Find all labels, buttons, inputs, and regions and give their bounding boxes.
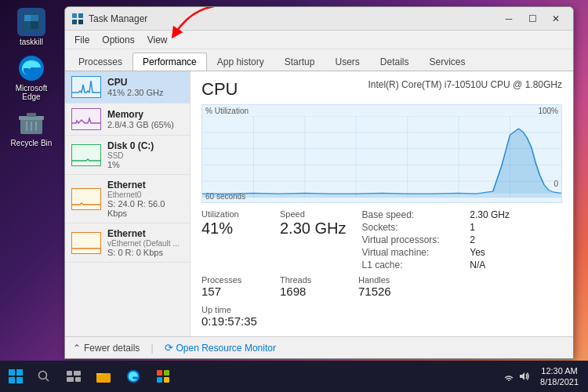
sidebar-item-ethernet2[interactable]: Ethernet vEthernet (Default ... S: 0 R: … — [65, 223, 190, 263]
cpu-sub: 41% 2.30 GHz — [107, 88, 183, 97]
store-button[interactable] — [149, 362, 177, 390]
sidebar-item-cpu[interactable]: CPU 41% 2.30 GHz — [65, 71, 190, 103]
stats-row-1: Utilization 41% Speed 2.30 GHz Base spee… — [201, 209, 562, 270]
fewer-details-label: Fewer details — [84, 343, 140, 354]
sidebar-item-ethernet1[interactable]: Ethernet Ethernet0 S: 24.0 R: 56.0 Kbps — [65, 175, 190, 223]
stat-info-grid: Base speed: 2.30 GHz Sockets: 1 Virtual … — [361, 209, 562, 270]
panel-title: CPU — [201, 79, 238, 100]
svg-rect-14 — [78, 13, 83, 18]
window-title: Task Manager — [89, 13, 498, 24]
desktop-icons: taskkill MicrosoftEdge — [8, 8, 55, 147]
svg-rect-4 — [31, 21, 38, 29]
svg-marker-43 — [520, 372, 524, 380]
maximize-button[interactable]: ☐ — [521, 10, 543, 27]
graph-y-max: 100% — [538, 107, 558, 115]
panel-header: CPU Intel(R) Core(TM) i7-10510U CPU @ 1.… — [201, 79, 562, 100]
stats-section: Utilization 41% Speed 2.30 GHz Base spee… — [201, 209, 562, 328]
close-button[interactable]: ✕ — [545, 10, 567, 27]
taskbar-clock[interactable]: 12:30 AM 8/18/2021 — [535, 361, 583, 392]
l1-label: L1 cache: — [361, 260, 454, 270]
taskkill-label: taskkill — [20, 38, 43, 46]
svg-rect-32 — [67, 371, 72, 376]
taskview-button[interactable] — [60, 362, 88, 390]
footer-divider: | — [151, 343, 153, 354]
utilization-value: 41% — [201, 219, 264, 238]
svg-rect-15 — [72, 20, 77, 24]
disk-thumbnail — [71, 144, 101, 166]
edge-taskbar-button[interactable] — [119, 362, 147, 390]
svg-rect-38 — [157, 370, 162, 376]
desktop-icon-edge[interactable]: MicrosoftEdge — [8, 54, 55, 101]
svg-rect-35 — [75, 377, 81, 382]
threads-value: 1698 — [280, 285, 343, 299]
virt-value: Yes — [470, 247, 562, 258]
menu-file[interactable]: File — [68, 33, 96, 47]
disk-label: Disk 0 (C:) — [107, 140, 183, 151]
uptime-value: 0:19:57:35 — [201, 314, 562, 328]
tab-apphistory[interactable]: App history — [207, 53, 274, 71]
processes-value: 157 — [201, 285, 264, 299]
clock-time: 12:30 AM — [541, 365, 577, 376]
network-icon — [503, 370, 515, 383]
desktop-icon-recycle[interactable]: Recycle Bin — [8, 109, 55, 147]
tab-performance[interactable]: Performance — [132, 53, 207, 71]
ethernet1-info: Ethernet Ethernet0 S: 24.0 R: 56.0 Kbps — [107, 180, 183, 218]
tab-bar: Processes Performance App history Startu… — [65, 49, 573, 71]
speed-value: 2.30 GHz — [280, 219, 346, 238]
ethernet2-label: Ethernet — [107, 228, 183, 239]
minimize-button[interactable]: ─ — [498, 10, 520, 27]
graph-y-label: % Utilization — [205, 107, 249, 115]
tab-services[interactable]: Services — [419, 53, 476, 71]
tab-processes[interactable]: Processes — [68, 53, 132, 71]
edge-icon — [17, 54, 45, 82]
tab-details[interactable]: Details — [370, 53, 419, 71]
fewer-details-link[interactable]: ⌃ Fewer details — [73, 343, 140, 354]
svg-point-42 — [508, 380, 510, 382]
sockets-label: Sockets: — [361, 222, 454, 233]
disk-info: Disk 0 (C:) SSD 1% — [107, 140, 183, 169]
svg-point-30 — [39, 372, 47, 379]
threads-label: Threads — [280, 275, 343, 285]
sidebar-item-disk[interactable]: Disk 0 (C:) SSD 1% — [65, 136, 190, 175]
desktop-icon-taskkill[interactable]: taskkill — [8, 8, 55, 46]
handles-label: Handles — [358, 275, 421, 285]
recycle-icon — [17, 109, 45, 137]
open-monitor-label: Open Resource Monitor — [176, 343, 276, 354]
ethernet2-sub: S: 0 R: 0 Kbps — [107, 248, 183, 257]
taskbar-search-button[interactable] — [31, 364, 56, 389]
ethernet2-sub2: vEthernet (Default ... — [107, 239, 183, 248]
menu-bar: File Options View — [65, 31, 573, 49]
menu-view[interactable]: View — [141, 33, 174, 47]
menu-options[interactable]: Options — [96, 33, 140, 47]
taskbar-right: 12:30 AM 8/18/2021 — [498, 361, 588, 392]
utilization-label: Utilization — [201, 209, 264, 219]
recycle-label: Recycle Bin — [11, 139, 53, 147]
file-explorer-button[interactable] — [89, 362, 118, 390]
disk-sub2: SSD — [107, 151, 183, 160]
tab-startup[interactable]: Startup — [274, 53, 325, 71]
uptime-label: Up time — [201, 305, 562, 314]
sidebar-item-memory[interactable]: Memory 2.8/4.3 GB (65%) — [65, 103, 190, 136]
svg-rect-39 — [164, 370, 169, 376]
l1-value: N/A — [470, 260, 562, 270]
tab-users[interactable]: Users — [325, 53, 369, 71]
speed-label: Speed — [280, 209, 346, 219]
title-bar: Task Manager ─ ☐ ✕ — [65, 7, 573, 31]
svg-rect-16 — [78, 20, 83, 24]
stat-threads: Threads 1698 — [280, 275, 343, 299]
desktop: taskkill MicrosoftEdge — [0, 0, 588, 392]
processes-label: Processes — [201, 275, 264, 285]
stat-handles: Handles 71526 — [358, 275, 421, 299]
content-area: CPU 41% 2.30 GHz Memory 2.8/4.3 GB (65%) — [65, 71, 573, 336]
memory-thumbnail — [71, 108, 101, 130]
taskmgr-icon — [71, 13, 84, 25]
cpu-graph: % Utilization 100% 0 60 seconds — [201, 104, 562, 203]
system-tray[interactable] — [498, 361, 535, 392]
ethernet2-info: Ethernet vEthernet (Default ... S: 0 R: … — [107, 228, 183, 257]
svg-rect-8 — [27, 113, 36, 117]
taskkill-icon — [17, 8, 45, 36]
base-speed-label: Base speed: — [361, 209, 454, 220]
cpu-graph-svg — [202, 116, 561, 198]
open-monitor-link[interactable]: ⟳ Open Resource Monitor — [165, 342, 276, 354]
start-button[interactable] — [0, 361, 31, 392]
